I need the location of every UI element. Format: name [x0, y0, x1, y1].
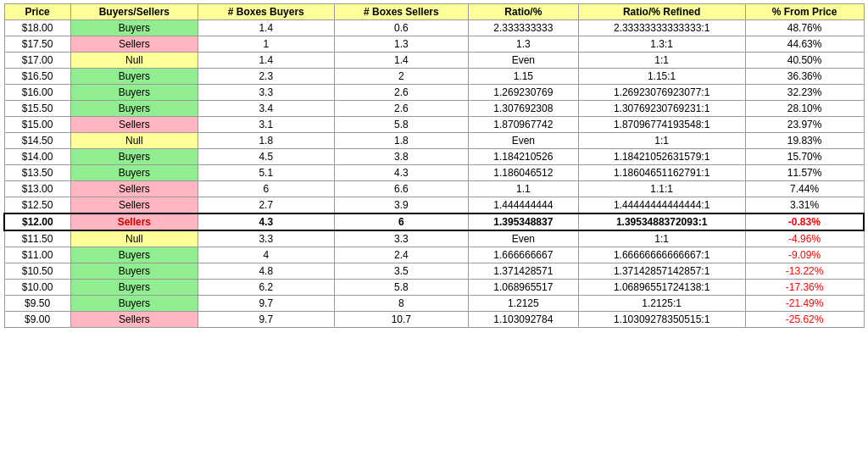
cell-box-sellers: 1.8 [334, 133, 469, 149]
table-row: $17.00Null1.41.4Even1:140.50% [4, 53, 864, 69]
table-row: $13.50Buyers5.14.31.1860465121.186046511… [4, 165, 864, 181]
cell-ratio-refined: 2.33333333333333:1 [578, 20, 745, 36]
cell-box-sellers: 3.9 [334, 197, 469, 214]
cell-buyers-sellers: Sellers [70, 312, 198, 328]
cell-box-sellers: 8 [334, 296, 469, 312]
cell-price: $17.50 [4, 36, 70, 53]
cell-ratio: 1.870967742 [469, 117, 578, 133]
cell-price: $15.00 [4, 117, 70, 133]
cell-price: $13.50 [4, 165, 70, 181]
cell-box-buyers: 9.7 [198, 296, 334, 312]
cell-ratio: Even [469, 230, 578, 247]
col-header-buyers-sellers: Buyers/Sellers [70, 4, 198, 20]
cell-ratio: 1.186046512 [469, 165, 578, 181]
cell-ratio: 1.184210526 [469, 149, 578, 165]
cell-ratio-refined: 1:1 [578, 230, 745, 247]
cell-buyers-sellers: Sellers [70, 197, 198, 214]
cell-box-buyers: 3.3 [198, 85, 334, 101]
col-header-price: Price [4, 4, 70, 20]
cell-ratio-refined: 1.15:1 [578, 69, 745, 85]
col-header-ratio--: Ratio/% [469, 4, 578, 20]
cell-price: $16.50 [4, 69, 70, 85]
cell-box-buyers: 3.4 [198, 101, 334, 117]
cell-buyers-sellers: Null [70, 133, 198, 149]
cell-pct-from-price: 15.70% [745, 149, 864, 165]
cell-box-sellers: 1.3 [334, 36, 469, 53]
cell-ratio-refined: 1.66666666666667:1 [578, 247, 745, 263]
cell-ratio-refined: 1.44444444444444:1 [578, 197, 745, 214]
cell-pct-from-price: 40.50% [745, 53, 864, 69]
cell-ratio-refined: 1.26923076923077:1 [578, 85, 745, 101]
col-header---from-price: % From Price [745, 4, 864, 20]
cell-price: $12.50 [4, 197, 70, 214]
cell-pct-from-price: -25.62% [745, 312, 864, 328]
cell-price: $16.00 [4, 85, 70, 101]
cell-box-sellers: 0.6 [334, 20, 469, 36]
cell-box-buyers: 1.4 [198, 53, 334, 69]
cell-ratio-refined: 1.10309278350515:1 [578, 312, 745, 328]
cell-ratio: 1.3 [469, 36, 578, 53]
cell-pct-from-price: 44.63% [745, 36, 864, 53]
cell-box-sellers: 5.8 [334, 117, 469, 133]
cell-box-buyers: 4.8 [198, 263, 334, 280]
cell-box-buyers: 9.7 [198, 312, 334, 328]
cell-box-buyers: 2.3 [198, 69, 334, 85]
cell-box-sellers: 6 [334, 213, 469, 230]
cell-pct-from-price: -17.36% [745, 280, 864, 296]
cell-buyers-sellers: Buyers [70, 20, 198, 36]
table-row: $11.00Buyers42.41.6666666671.66666666666… [4, 247, 864, 263]
cell-box-buyers: 1.4 [198, 20, 334, 36]
col-header---boxes-sellers: # Boxes Sellers [334, 4, 469, 20]
cell-pct-from-price: 28.10% [745, 101, 864, 117]
cell-buyers-sellers: Null [70, 53, 198, 69]
cell-box-sellers: 3.5 [334, 263, 469, 280]
cell-buyers-sellers: Null [70, 230, 198, 247]
col-header-ratio---refined: Ratio/% Refined [578, 4, 745, 20]
cell-ratio-refined: 1.1:1 [578, 181, 745, 197]
cell-buyers-sellers: Buyers [70, 263, 198, 280]
cell-box-buyers: 4.3 [198, 213, 334, 230]
cell-price: $10.50 [4, 263, 70, 280]
cell-buyers-sellers: Buyers [70, 69, 198, 85]
cell-box-buyers: 1 [198, 36, 334, 53]
cell-ratio: 1.103092784 [469, 312, 578, 328]
cell-price: $9.50 [4, 296, 70, 312]
cell-pct-from-price: -21.49% [745, 296, 864, 312]
cell-box-buyers: 3.3 [198, 230, 334, 247]
cell-box-buyers: 2.7 [198, 197, 334, 214]
table-row: $16.50Buyers2.321.151.15:136.36% [4, 69, 864, 85]
table-row: $15.00Sellers3.15.81.8709677421.87096774… [4, 117, 864, 133]
cell-pct-from-price: -13.22% [745, 263, 864, 280]
cell-pct-from-price: -0.83% [745, 213, 864, 230]
cell-ratio-refined: 1.87096774193548:1 [578, 117, 745, 133]
cell-buyers-sellers: Buyers [70, 101, 198, 117]
cell-box-sellers: 2.6 [334, 101, 469, 117]
cell-buyers-sellers: Buyers [70, 85, 198, 101]
cell-box-sellers: 3.3 [334, 230, 469, 247]
cell-box-sellers: 1.4 [334, 53, 469, 69]
cell-ratio: 1.269230769 [469, 85, 578, 101]
cell-ratio-refined: 1:1 [578, 53, 745, 69]
table-row: $13.00Sellers66.61.11.1:17.44% [4, 181, 864, 197]
cell-box-buyers: 4.5 [198, 149, 334, 165]
cell-box-buyers: 5.1 [198, 165, 334, 181]
cell-ratio: 1.307692308 [469, 101, 578, 117]
cell-pct-from-price: 7.44% [745, 181, 864, 197]
cell-buyers-sellers: Sellers [70, 213, 198, 230]
cell-price: $14.50 [4, 133, 70, 149]
table-row: $9.00Sellers9.710.71.1030927841.10309278… [4, 312, 864, 328]
cell-price: $14.00 [4, 149, 70, 165]
table-row: $9.50Buyers9.781.21251.2125:1-21.49% [4, 296, 864, 312]
cell-ratio-refined: 1.06896551724138:1 [578, 280, 745, 296]
cell-pct-from-price: 3.31% [745, 197, 864, 214]
cell-box-sellers: 3.8 [334, 149, 469, 165]
cell-price: $18.00 [4, 20, 70, 36]
cell-price: $13.00 [4, 181, 70, 197]
cell-pct-from-price: 11.57% [745, 165, 864, 181]
cell-buyers-sellers: Buyers [70, 149, 198, 165]
cell-pct-from-price: -4.96% [745, 230, 864, 247]
cell-box-sellers: 5.8 [334, 280, 469, 296]
cell-ratio: 1.2125 [469, 296, 578, 312]
cell-ratio: 1.15 [469, 69, 578, 85]
table-row: $15.50Buyers3.42.61.3076923081.307692307… [4, 101, 864, 117]
